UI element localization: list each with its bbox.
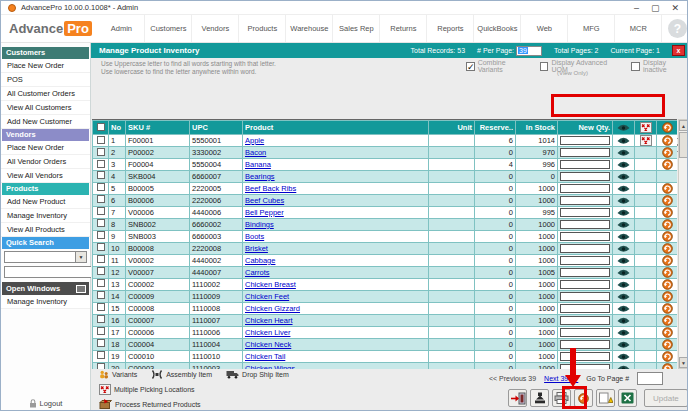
table-scrollbar[interactable]: ▲ ▼	[678, 119, 688, 369]
new-qty-input[interactable]	[560, 316, 610, 325]
row-checkbox[interactable]	[97, 351, 105, 359]
new-qty-input[interactable]	[560, 292, 610, 301]
close-window-button[interactable]: ✕	[671, 3, 679, 13]
product-link[interactable]: Chicken Feet	[245, 292, 289, 301]
chevron-down-icon[interactable]: ▼	[75, 252, 86, 262]
product-link[interactable]: Carrots	[245, 268, 270, 277]
new-qty-input[interactable]	[560, 160, 610, 169]
process-returns-icon[interactable]	[662, 291, 673, 302]
sidebar-item-vendors-all-vendor-orders[interactable]: All Vendor Orders	[1, 155, 90, 169]
sidebar-item-products-view-all-products[interactable]: View All Products	[1, 223, 90, 237]
nav-item-products[interactable]: Products	[239, 15, 286, 42]
row-checkbox[interactable]	[97, 243, 105, 251]
next-page-link[interactable]: Next 39 >>	[544, 375, 578, 382]
nav-item-quickbooks[interactable]: QuickBooks	[474, 15, 521, 42]
nav-item-admin[interactable]: Admin	[98, 15, 145, 42]
eye-icon[interactable]	[617, 293, 630, 301]
eye-icon[interactable]	[617, 269, 630, 277]
process-returns-icon[interactable]	[662, 147, 673, 158]
minimize-button[interactable]: –	[634, 3, 639, 13]
maximize-button[interactable]: ▢	[651, 3, 660, 13]
row-checkbox[interactable]	[97, 339, 105, 347]
display-advanced-uom-checkbox[interactable]	[540, 62, 549, 71]
open-window-item-manage-inventory[interactable]: Manage Inventory	[1, 295, 90, 309]
new-qty-input[interactable]	[560, 232, 610, 241]
nav-item-returns[interactable]: Returns	[380, 15, 427, 42]
process-returns-button[interactable]	[574, 389, 593, 407]
sidebar-item-customers-place-new-order[interactable]: Place New Order	[1, 59, 90, 73]
new-qty-input[interactable]	[560, 244, 610, 253]
product-link[interactable]: Chicken Tail	[245, 352, 285, 361]
process-returns-icon[interactable]	[662, 339, 673, 350]
sidebar-item-vendors-view-all-vendors[interactable]: View All Vendors	[1, 169, 90, 183]
eye-icon[interactable]	[617, 329, 630, 337]
product-link[interactable]: Bindings	[245, 220, 274, 229]
new-qty-input[interactable]	[560, 304, 610, 313]
eye-icon[interactable]	[617, 185, 630, 193]
product-link[interactable]: Cabbage	[245, 256, 275, 265]
eye-icon[interactable]	[617, 209, 630, 217]
product-link[interactable]: Beef Back Ribs	[245, 184, 296, 193]
row-checkbox[interactable]	[97, 219, 105, 227]
row-checkbox[interactable]	[97, 279, 105, 287]
process-returns-icon[interactable]	[662, 315, 673, 326]
eye-icon[interactable]	[617, 161, 630, 169]
new-qty-input[interactable]	[560, 256, 610, 265]
sidebar-item-customers-add-new-customer[interactable]: Add New Customer	[1, 115, 90, 129]
process-returns-icon[interactable]	[662, 255, 673, 266]
help-icon[interactable]: ?	[668, 19, 687, 38]
product-link[interactable]: Chicken Neck	[245, 340, 291, 349]
nav-item-web[interactable]: Web	[521, 15, 568, 42]
product-link[interactable]: Chicken Wings	[245, 364, 295, 370]
display-inactive-checkbox[interactable]	[631, 62, 640, 71]
process-returns-icon[interactable]	[662, 159, 673, 170]
multiple-picking-icon[interactable]	[640, 135, 652, 146]
product-link[interactable]: Apple	[245, 136, 264, 145]
goto-page-input[interactable]	[637, 372, 663, 385]
export-alert-button[interactable]	[596, 389, 615, 407]
process-returns-icon[interactable]	[662, 135, 673, 146]
row-checkbox[interactable]	[97, 160, 105, 168]
per-page-input[interactable]: 39	[516, 46, 542, 56]
nav-item-mfg[interactable]: MFG	[568, 15, 615, 42]
product-link[interactable]: Bell Pepper	[245, 208, 284, 217]
product-link[interactable]: Brisket	[245, 244, 268, 253]
eye-icon[interactable]	[617, 317, 630, 325]
stamp-button[interactable]	[530, 389, 549, 407]
row-checkbox[interactable]	[97, 327, 105, 335]
row-checkbox[interactable]	[97, 315, 105, 323]
previous-page-link[interactable]: << Previous 39	[489, 375, 536, 382]
new-qty-input[interactable]	[560, 364, 610, 370]
new-qty-input[interactable]	[560, 352, 610, 361]
row-checkbox[interactable]	[97, 231, 105, 239]
eye-icon[interactable]	[617, 149, 630, 157]
new-qty-input[interactable]	[560, 196, 610, 205]
sidebar-item-customers-all-customer-orders[interactable]: All Customer Orders	[1, 87, 90, 101]
row-checkbox[interactable]	[97, 136, 105, 144]
row-checkbox[interactable]	[97, 363, 105, 369]
transfer-out-button[interactable]	[508, 389, 527, 407]
row-checkbox[interactable]	[97, 148, 105, 156]
eye-icon[interactable]	[617, 365, 630, 370]
new-qty-input[interactable]	[560, 328, 610, 337]
nav-item-warehouse[interactable]: Warehouse	[286, 15, 333, 42]
row-checkbox[interactable]	[97, 207, 105, 215]
eye-icon[interactable]	[617, 353, 630, 361]
new-qty-input[interactable]	[560, 280, 610, 289]
product-link[interactable]: Boots	[245, 232, 264, 241]
eye-icon[interactable]	[617, 257, 630, 265]
sidebar-item-customers-pos[interactable]: POS	[1, 73, 90, 87]
eye-icon[interactable]	[617, 341, 630, 349]
eye-icon[interactable]	[617, 137, 630, 145]
row-checkbox[interactable]	[97, 195, 105, 203]
process-returns-icon[interactable]	[662, 279, 673, 290]
row-checkbox[interactable]	[97, 291, 105, 299]
print-button[interactable]	[552, 389, 571, 407]
nav-item-customers[interactable]: Customers	[145, 15, 192, 42]
row-checkbox[interactable]	[97, 183, 105, 191]
row-checkbox[interactable]	[97, 267, 105, 275]
nav-item-vendors[interactable]: Vendors	[192, 15, 239, 42]
product-link[interactable]: Bearings	[245, 172, 275, 181]
nav-item-mcr[interactable]: MCR	[615, 15, 662, 42]
process-returns-icon[interactable]	[662, 183, 673, 194]
